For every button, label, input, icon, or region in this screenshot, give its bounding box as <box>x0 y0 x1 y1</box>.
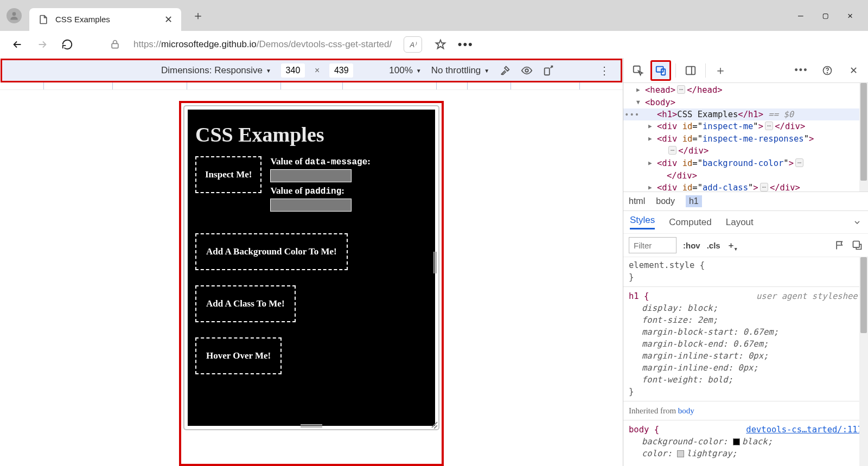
svg-point-0 <box>12 12 16 16</box>
decl-mbe[interactable]: margin-block-end: 0.67em; <box>629 338 863 350</box>
svg-rect-3 <box>545 68 550 75</box>
data-message-label: Value of data-message: <box>270 156 427 167</box>
corner-resize-grip[interactable] <box>429 419 437 428</box>
body-selector[interactable]: body { <box>629 425 659 435</box>
decl-mbs[interactable]: margin-block-start: 0.67em; <box>629 326 863 338</box>
dom-tree[interactable]: <head>⋯</head> <body> •••<h1>CSS Example… <box>623 83 868 191</box>
dimensions-label: Dimensions: Responsive <box>161 65 263 76</box>
expand-icon[interactable] <box>853 218 861 227</box>
more-icon[interactable]: ••• <box>459 38 472 51</box>
device-toolbar: Dimensions: Responsive▼ × 100%▼ No throt… <box>1 59 622 82</box>
bottom-resize-grip[interactable] <box>301 424 322 427</box>
cls-toggle[interactable]: .cls <box>707 241 720 250</box>
decl-mie[interactable]: margin-inline-end: 0px; <box>629 362 863 374</box>
dimensions-dropdown[interactable]: Dimensions: Responsive▼ <box>161 65 271 76</box>
dom-scrollbar[interactable] <box>859 83 868 191</box>
decl-mis[interactable]: margin-inline-start: 0px; <box>629 350 863 362</box>
new-style-icon[interactable]: ＋▾ <box>727 240 735 251</box>
help-icon[interactable] <box>817 60 838 81</box>
styles-tabs: Styles Computed Layout <box>623 211 868 234</box>
url-scheme: https:// <box>133 39 161 49</box>
svg-rect-11 <box>853 241 860 248</box>
decl-font-size[interactable]: font-size: 2em; <box>629 314 863 326</box>
crumb-h1[interactable]: h1 <box>686 195 702 207</box>
tab-styles[interactable]: Styles <box>630 215 655 229</box>
ua-label: user agent stylesheet <box>756 290 863 302</box>
element-style-close: } <box>629 271 863 283</box>
crumb-body[interactable]: body <box>656 196 675 206</box>
svg-rect-7 <box>686 66 695 74</box>
source-link[interactable]: devtools-cs…tarted/:117 <box>746 424 863 436</box>
url-path: /Demos/devtools-css-get-started/ <box>257 39 392 49</box>
hover-label: Hover Over Me! <box>206 350 271 361</box>
tab-computed[interactable]: Computed <box>669 217 711 228</box>
h1-selector[interactable]: h1 { <box>629 291 649 301</box>
crumb-html[interactable]: html <box>629 196 645 206</box>
back-button[interactable] <box>11 38 24 51</box>
hov-toggle[interactable]: :hov <box>683 241 700 250</box>
share-icon[interactable] <box>852 240 863 251</box>
read-aloud-icon[interactable]: A⁾ <box>404 36 422 53</box>
site-info-icon[interactable] <box>108 38 122 51</box>
hover-box[interactable]: Hover Over Me! <box>195 337 282 374</box>
device-toolbar-menu[interactable]: ⋮ <box>599 64 610 77</box>
close-window-button[interactable]: ✕ <box>847 10 853 21</box>
browser-tab[interactable]: CSS Examples ✕ <box>29 8 181 31</box>
devtools-panel: ＋ ••• ✕ <head>⋯</head> <body> •••<h1>CSS… <box>623 58 868 466</box>
devtools-close-icon[interactable]: ✕ <box>843 60 864 81</box>
zoom-dropdown[interactable]: 100%▼ <box>389 65 421 76</box>
dock-side-button[interactable] <box>680 60 701 81</box>
new-tab-button[interactable]: ＋ <box>192 8 204 24</box>
inspect-element-button[interactable] <box>628 60 648 81</box>
window-controls: — ▢ ✕ <box>798 10 868 21</box>
devtools-more-icon[interactable]: ••• <box>791 60 812 81</box>
styles-pane[interactable]: element.style { } h1 {user agent stylesh… <box>623 257 868 466</box>
side-resize-grip[interactable] <box>433 252 437 273</box>
times-icon: × <box>315 66 320 75</box>
rotate-icon[interactable] <box>542 65 554 76</box>
device-toggle-button[interactable] <box>650 60 671 81</box>
throttling-dropdown[interactable]: No throttling▼ <box>431 65 490 76</box>
page-heading: CSS Examples <box>188 110 435 156</box>
decl-fw[interactable]: font-weight: bold; <box>629 374 863 386</box>
tab-layout[interactable]: Layout <box>726 217 754 228</box>
favorite-icon[interactable] <box>434 38 447 51</box>
padding-label: Value of padding: <box>270 186 427 196</box>
add-tab-button[interactable]: ＋ <box>710 60 731 81</box>
tab-close-icon[interactable]: ✕ <box>164 14 173 25</box>
profile-icon[interactable] <box>7 8 22 23</box>
inspect-me-box[interactable]: Inspect Me! <box>195 156 261 193</box>
zoom-value: 100% <box>389 65 412 76</box>
height-input[interactable] <box>329 63 353 78</box>
inherited-label: Inherited from body <box>629 405 863 417</box>
minimize-button[interactable]: — <box>798 10 803 21</box>
maximize-button[interactable]: ▢ <box>823 10 828 21</box>
decl-bg[interactable]: background-color: black; <box>629 436 863 448</box>
eyedropper-icon[interactable] <box>499 65 511 76</box>
dom-breadcrumbs[interactable]: html body h1 <box>623 191 868 211</box>
svg-point-2 <box>526 69 529 72</box>
ruler <box>0 82 623 90</box>
add-bg-label: Add A Background Color To Me! <box>206 246 337 257</box>
eye-icon[interactable] <box>521 65 533 76</box>
decl-color[interactable]: color: lightgray; <box>629 448 863 459</box>
forward-button[interactable] <box>36 38 49 51</box>
styles-scrollbar[interactable] <box>859 257 868 466</box>
throttling-value: No throttling <box>431 65 481 76</box>
styles-filter-input[interactable] <box>629 237 676 253</box>
reload-button[interactable] <box>61 38 74 51</box>
inspect-me-label: Inspect Me! <box>205 169 252 180</box>
add-bg-box[interactable]: Add A Background Color To Me! <box>195 233 348 270</box>
decl-display[interactable]: display: block; <box>629 302 863 314</box>
url-field[interactable]: https://microsoftedge.github.io/Demos/de… <box>133 39 392 50</box>
flag-icon[interactable] <box>834 240 845 251</box>
svg-rect-1 <box>112 43 118 48</box>
dom-selected-h1[interactable]: •••<h1>CSS Examples</h1> == $0 <box>623 108 868 120</box>
padding-input[interactable] <box>270 199 352 212</box>
data-message-input[interactable] <box>270 169 352 182</box>
url-host: microsoftedge.github.io <box>161 39 257 49</box>
element-style-open[interactable]: element.style { <box>629 259 863 271</box>
device-frame[interactable]: CSS Examples Inspect Me! Value of data-m… <box>184 106 439 430</box>
add-class-box[interactable]: Add A Class To Me! <box>195 285 296 322</box>
width-input[interactable] <box>281 63 305 78</box>
